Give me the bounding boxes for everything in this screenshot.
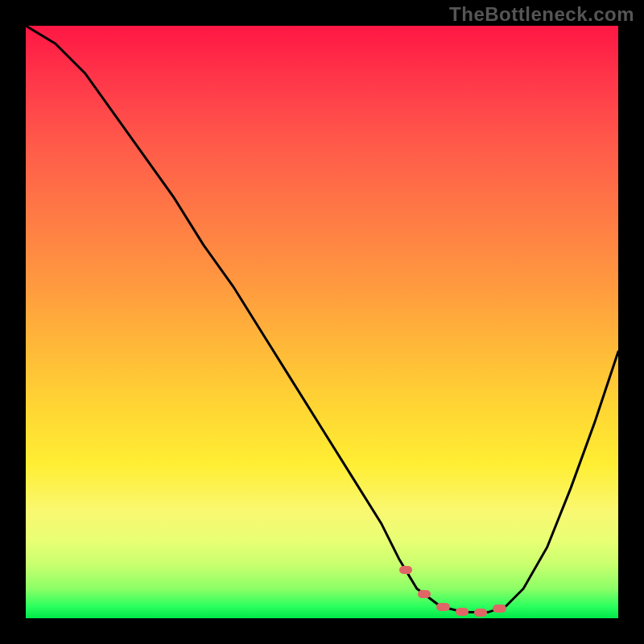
chart-frame: TheBottleneck.com [0, 0, 644, 644]
watermark-text: TheBottleneck.com [449, 3, 634, 26]
plot-area [26, 26, 618, 618]
bottleneck-curve-path [26, 26, 618, 613]
curve-svg [26, 26, 618, 618]
